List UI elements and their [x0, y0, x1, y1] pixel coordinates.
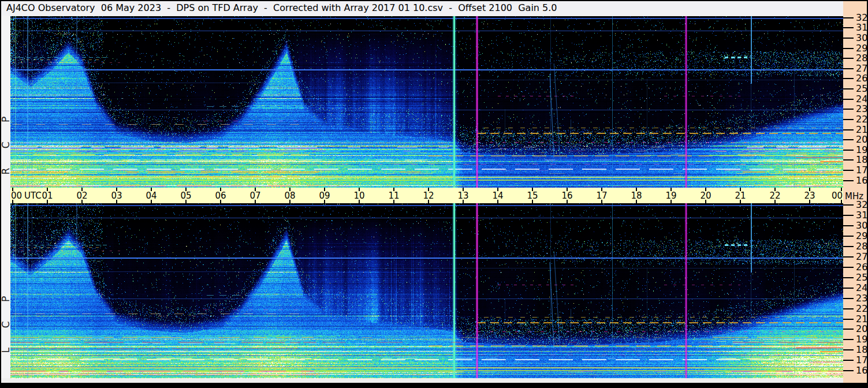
page-title: AJ4CO Observatory 06 May 2023 - DPS on T… [6, 2, 557, 13]
time-tick-label: 09 [315, 191, 334, 201]
freq-tick [843, 225, 854, 226]
freq-tick [843, 78, 854, 79]
time-tick-label: 10 [349, 191, 369, 201]
freq-tick [843, 129, 854, 130]
freq-tick-label: 25 [856, 272, 867, 283]
time-tick-label: 04 [141, 191, 161, 201]
time-tick-label: 05 [176, 191, 196, 201]
time-tick-label: 22 [765, 191, 785, 201]
frequency-axis: MHz 323130292827262524232221201918171632… [843, 1, 867, 383]
freq-tick [843, 329, 854, 330]
freq-tick [843, 236, 854, 237]
time-tick-label: 12 [419, 191, 438, 201]
time-tick-label: 21 [731, 191, 750, 201]
freq-tick-label: 18 [856, 154, 867, 165]
time-tick-label: 19 [661, 191, 681, 201]
time-tick-label: 06 [211, 191, 230, 201]
freq-tick [843, 277, 854, 278]
freq-tick [843, 119, 854, 120]
freq-tick-label: 22 [856, 303, 867, 314]
freq-tick-label: 16 [856, 365, 867, 376]
title-bar: AJ4CO Observatory 06 May 2023 - DPS on T… [1, 1, 843, 16]
freq-tick [843, 370, 854, 371]
freq-tick-label: 30 [856, 32, 867, 43]
freq-tick [843, 68, 854, 69]
freq-tick [843, 288, 854, 289]
freq-tick [843, 88, 854, 89]
freq-tick-label: 30 [856, 220, 867, 231]
freq-tick-label: 31 [856, 22, 867, 33]
freq-tick [843, 109, 854, 110]
rcp-spectrogram-canvas [10, 16, 843, 188]
spectrogram-frame: AJ4CO Observatory 06 May 2023 - DPS on T… [0, 0, 868, 388]
time-tick-label: 01 [38, 191, 57, 201]
time-tick-label: 11 [384, 191, 404, 201]
content-area: AJ4CO Observatory 06 May 2023 - DPS on T… [1, 1, 867, 383]
freq-tick-label: 17 [856, 355, 867, 365]
time-tick-label: 00 [11, 191, 31, 201]
freq-tick-label: 18 [856, 344, 867, 355]
freq-tick-label: 29 [856, 230, 867, 241]
time-tick-label: 07 [245, 191, 265, 201]
freq-tick [843, 246, 854, 247]
freq-tick-label: 19 [856, 334, 867, 345]
freq-tick [843, 17, 854, 18]
freq-tick-label: 27 [856, 251, 867, 262]
freq-tick-label: 26 [856, 262, 867, 273]
freq-tick [843, 48, 854, 49]
time-tick-label: 17 [592, 191, 612, 201]
time-tick-label: 16 [557, 191, 577, 201]
lcp-spectrogram-canvas [10, 203, 843, 378]
freq-tick [843, 267, 854, 268]
freq-tick [843, 339, 854, 340]
freq-tick [843, 150, 854, 151]
freq-tick [843, 298, 854, 299]
time-tick-label: 15 [523, 191, 542, 201]
time-tick-label: 14 [488, 191, 508, 201]
time-tick-label: 18 [627, 191, 646, 201]
freq-tick [843, 170, 854, 171]
freq-tick-label: 23 [856, 293, 867, 304]
freq-tick-label: 23 [856, 103, 867, 114]
time-tick-label: 03 [107, 191, 126, 201]
freq-tick [843, 215, 854, 216]
freq-tick-label: 25 [856, 83, 867, 94]
freq-tick-label: 32 [856, 199, 867, 210]
freq-tick-label: 31 [856, 210, 867, 221]
freq-tick [843, 38, 854, 39]
freq-tick-label: 20 [856, 134, 867, 145]
freq-tick-label: 16 [856, 175, 867, 186]
freq-tick-label: 26 [856, 73, 867, 84]
freq-tick [843, 27, 854, 28]
freq-tick-label: 20 [856, 323, 867, 334]
freq-tick-label: 24 [856, 282, 867, 293]
time-tick-label: 23 [800, 191, 819, 201]
freq-tick [843, 159, 854, 161]
time-tick-label: 20 [696, 191, 716, 201]
freq-tick-label: 28 [856, 53, 867, 64]
freq-tick [843, 256, 854, 258]
freq-tick [843, 204, 854, 206]
freq-tick [843, 360, 854, 361]
freq-tick-label: 22 [856, 114, 867, 125]
time-tick-label: 13 [453, 191, 473, 201]
freq-tick [843, 319, 854, 320]
freq-tick [843, 180, 854, 181]
freq-tick [843, 58, 854, 59]
time-axis-strip: UTC 000102030405060708091011121314151617… [10, 188, 843, 203]
left-label-strip: R C P L C P [1, 16, 10, 378]
freq-tick [843, 349, 854, 350]
time-tick-label: 00 [823, 191, 843, 201]
freq-tick [843, 139, 854, 140]
time-tick-label: 02 [72, 191, 92, 201]
freq-tick-label: 17 [856, 165, 867, 176]
time-tick-label: 08 [280, 191, 300, 201]
freq-tick [843, 99, 854, 100]
freq-tick-label: 28 [856, 241, 867, 252]
freq-tick [843, 308, 854, 309]
